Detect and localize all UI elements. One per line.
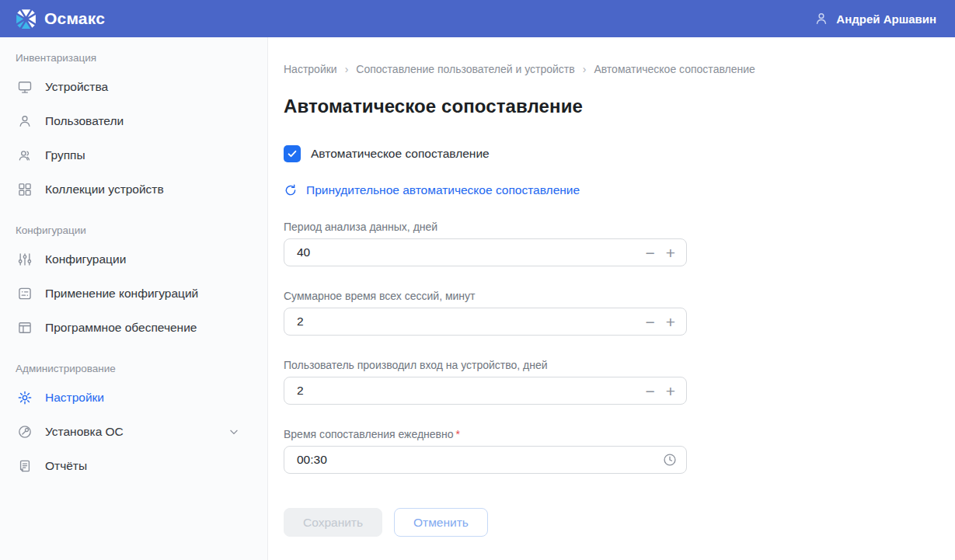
sidebar-item-label: Отчёты (45, 459, 87, 473)
software-icon (17, 320, 33, 336)
field-label: Суммарное время всех сессий, минут (284, 290, 687, 302)
field-total-session-time: Суммарное время всех сессий, минут − + (284, 290, 687, 336)
breadcrumb-settings[interactable]: Настройки (284, 63, 337, 75)
chevron-down-icon[interactable] (228, 426, 239, 437)
cancel-button[interactable]: Отменить (394, 508, 488, 537)
sidebar-item-label: Конфигурации (45, 252, 126, 266)
form-actions: Сохранить Отменить (284, 508, 687, 537)
sidebar-item-label: Применение конфигураций (45, 287, 198, 301)
plus-stepper-button[interactable]: + (666, 383, 675, 399)
save-button[interactable]: Сохранить (284, 508, 382, 537)
plus-stepper-button[interactable]: + (666, 314, 675, 330)
user-name: Андрей Аршавин (836, 12, 936, 26)
sidebar-item-settings[interactable]: Настройки (16, 385, 252, 410)
page-title: Автоматическое сопоставление (284, 96, 955, 117)
sidebar-item-label: Коллекции устройств (45, 183, 164, 197)
force-matching-link[interactable]: Принудительное автоматическое сопоставле… (284, 183, 580, 197)
breadcrumb-user-device-matching[interactable]: Сопоставление пользователей и устройств (356, 63, 574, 75)
breadcrumb-separator: › (583, 63, 587, 75)
required-asterisk: * (456, 428, 460, 440)
minus-stepper-button[interactable]: − (645, 314, 654, 330)
sidebar-item-device-collections[interactable]: Коллекции устройств (16, 177, 252, 202)
field-label: Пользователь производил вход на устройст… (284, 359, 687, 371)
breadcrumb-auto-matching: Автоматическое сопоставление (594, 63, 755, 75)
auto-matching-checkbox-row[interactable]: Автоматическое сопоставление (284, 145, 490, 162)
sidebar-item-label: Настройки (45, 391, 104, 405)
sidebar-item-software[interactable]: Программное обеспечение (16, 315, 252, 340)
gear-icon (17, 390, 33, 405)
sidebar-item-label: Установка ОС (45, 425, 124, 439)
check-icon (287, 148, 298, 159)
sidebar-item-label: Пользователи (45, 114, 124, 128)
login-days-input[interactable] (284, 377, 687, 405)
total-session-time-input[interactable] (284, 308, 687, 336)
brand-logo[interactable]: Осмакс (16, 9, 105, 30)
main-content: Настройки › Сопоставление пользователей … (268, 37, 955, 560)
field-label: Период анализа данных, дней (284, 221, 687, 233)
auto-matching-checkbox[interactable] (284, 145, 301, 162)
field-analysis-period: Период анализа данных, дней − + (284, 221, 687, 266)
analysis-period-input[interactable] (284, 238, 687, 266)
brand-name: Осмакс (44, 9, 105, 28)
checkbox-label: Автоматическое сопоставление (311, 147, 490, 161)
wrench-circle-icon (17, 424, 33, 440)
app-window: Осмакс Андрей Аршавин Инвентаризация Уст… (0, 0, 955, 560)
sidebar-section-administration: Администрирование (16, 362, 252, 376)
grid-icon (17, 182, 33, 197)
auto-matching-form: Автоматическое сопоставление Принудитель… (284, 145, 687, 537)
field-matching-time: Время сопоставления ежедневно* (284, 428, 687, 474)
brand-pinwheel-icon (16, 9, 37, 30)
sidebar-item-os-install[interactable]: Установка ОС (16, 419, 252, 444)
user-icon (17, 113, 33, 129)
sidebar-item-config-apply[interactable]: Применение конфигураций (16, 281, 252, 306)
top-bar: Осмакс Андрей Аршавин (0, 0, 955, 37)
sidebar-item-label: Устройства (45, 80, 108, 94)
report-icon (17, 458, 33, 474)
monitor-icon (17, 79, 33, 95)
sidebar-item-label: Группы (45, 148, 85, 162)
sidebar-section-inventory: Инвентаризация (16, 51, 252, 65)
minus-stepper-button[interactable]: − (645, 245, 654, 261)
sidebar-item-reports[interactable]: Отчёты (16, 454, 252, 478)
field-login-days: Пользователь производил вход на устройст… (284, 359, 687, 405)
sliders-icon (17, 252, 33, 267)
sidebar-section-configurations: Конфигурации (16, 224, 252, 238)
clock-icon[interactable] (662, 452, 678, 468)
matching-time-input[interactable] (284, 446, 687, 474)
force-matching-link-label: Принудительное автоматическое сопоставле… (306, 183, 580, 197)
sidebar: Инвентаризация Устройства Пользователи (0, 37, 268, 560)
field-label: Время сопоставления ежедневно (284, 428, 454, 440)
breadcrumb-separator: › (345, 63, 349, 75)
sidebar-item-configurations[interactable]: Конфигурации (16, 247, 252, 272)
plus-stepper-button[interactable]: + (666, 245, 675, 261)
sidebar-item-devices[interactable]: Устройства (16, 75, 252, 99)
breadcrumb: Настройки › Сопоставление пользователей … (284, 63, 955, 75)
sidebar-item-users[interactable]: Пользователи (16, 109, 252, 134)
sidebar-item-groups[interactable]: Группы (16, 143, 252, 168)
user-avatar-icon (814, 11, 829, 26)
sidebar-item-label: Программное обеспечение (45, 321, 197, 335)
config-apply-icon (17, 286, 33, 301)
user-menu[interactable]: Андрей Аршавин (814, 11, 936, 26)
refresh-icon (284, 183, 298, 197)
minus-stepper-button[interactable]: − (645, 383, 654, 399)
users-icon (17, 148, 33, 163)
